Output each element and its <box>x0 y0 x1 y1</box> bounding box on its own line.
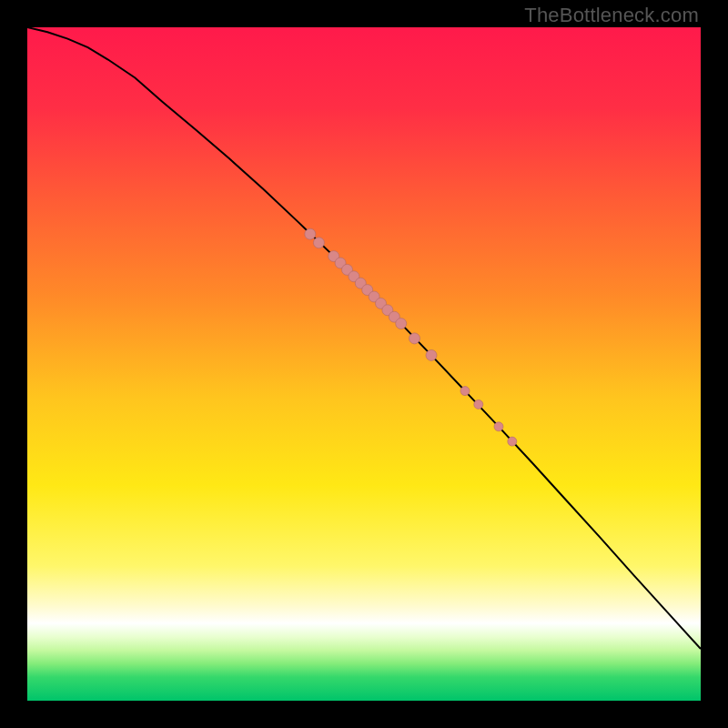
chart-frame <box>27 27 701 701</box>
marker-point <box>313 238 324 248</box>
marker-point <box>508 437 517 446</box>
chart-svg <box>27 27 701 701</box>
marker-point <box>426 349 437 360</box>
watermark-text: TheBottleneck.com <box>524 4 699 27</box>
marker-point <box>494 422 503 431</box>
marker-point <box>305 228 316 239</box>
marker-point <box>460 387 470 396</box>
marker-point <box>396 318 407 329</box>
marker-point <box>474 399 483 409</box>
marker-point <box>410 333 420 344</box>
chart-background <box>27 27 701 701</box>
